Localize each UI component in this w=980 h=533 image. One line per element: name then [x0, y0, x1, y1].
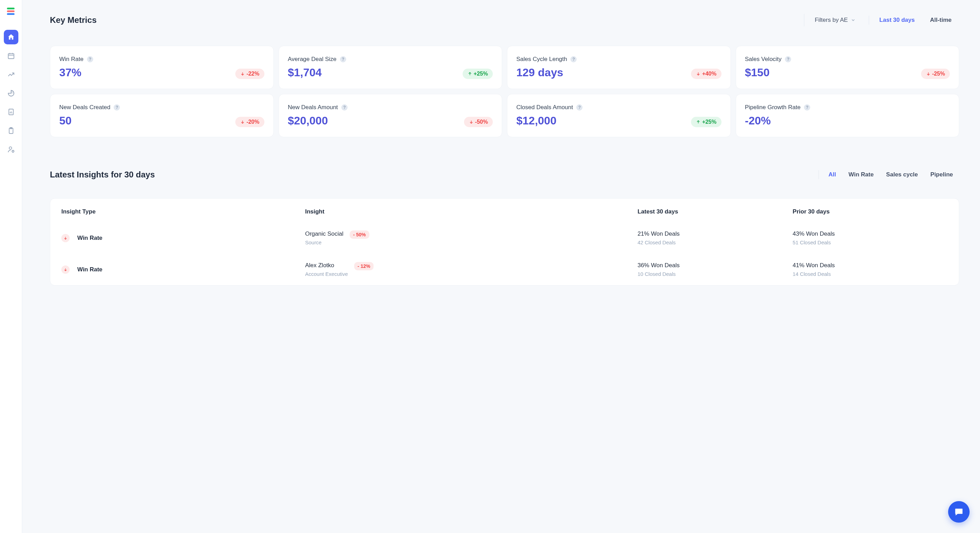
clipboard-icon — [7, 127, 15, 134]
metric-label: New Deals Amount — [288, 104, 338, 111]
nav-home[interactable] — [4, 30, 18, 45]
metric-card: Closed Deals Amount?$12,000+25% — [507, 94, 731, 137]
nav-user-settings[interactable] — [4, 142, 18, 157]
nav-calendar[interactable] — [4, 49, 18, 63]
pie-icon — [7, 89, 15, 97]
metric-label: Closed Deals Amount — [516, 104, 573, 111]
main-content: Key Metrics Filters by AE Last 30 days A… — [22, 0, 980, 533]
col-latest: Latest 30 days — [638, 208, 793, 215]
metric-label: Sales Cycle Length — [516, 56, 567, 63]
prior-main: 41% Won Deals — [792, 262, 948, 269]
metric-label: Average Deal Size — [288, 56, 337, 63]
chevron-down-icon — [851, 18, 856, 22]
trend-down-icon — [61, 266, 70, 274]
nav-analytics[interactable] — [4, 67, 18, 82]
nav-report[interactable] — [4, 105, 18, 119]
metric-label: New Deals Created — [59, 104, 110, 111]
help-icon[interactable]: ? — [87, 56, 93, 62]
insight-name: Alex Zlotko — [305, 262, 348, 269]
metric-card: Average Deal Size?$1,704+25% — [278, 46, 503, 89]
metric-delta: -22% — [235, 68, 264, 79]
metrics-grid: Win Rate?37%-22%Average Deal Size?$1,704… — [50, 46, 959, 137]
trend-icon — [7, 71, 15, 78]
prior-sub: 51 Closed Deals — [792, 239, 948, 245]
metric-delta-text: +25% — [702, 119, 716, 125]
help-icon[interactable]: ? — [114, 104, 120, 111]
table-row[interactable]: Win RateAlex ZlotkoAccount Executive- 12… — [50, 254, 959, 285]
metric-value: 129 days — [516, 66, 577, 79]
range-tab-last-30[interactable]: Last 30 days — [872, 14, 923, 26]
insight-sub: Account Executive — [305, 271, 348, 277]
insights-table: Insight Type Insight Latest 30 days Prio… — [50, 198, 959, 286]
app-logo — [7, 8, 15, 16]
metric-card: New Deals Amount?$20,000-50% — [278, 94, 503, 137]
metric-value: -20% — [745, 115, 811, 127]
insight-delta-badge: - 50% — [350, 231, 369, 239]
prior-main: 43% Won Deals — [792, 231, 948, 237]
metric-card: Sales Velocity?$150-25% — [736, 46, 959, 89]
insights-tab-salescycle[interactable]: Sales cycle — [880, 169, 924, 181]
filter-label: Filters by AE — [815, 17, 848, 24]
help-icon[interactable]: ? — [341, 104, 348, 111]
metric-value: 37% — [59, 66, 93, 79]
report-icon — [7, 108, 15, 116]
insight-name: Organic Social — [305, 231, 344, 237]
nav-pie[interactable] — [4, 86, 18, 100]
metric-delta-text: -25% — [932, 71, 945, 77]
metric-delta: -50% — [464, 117, 493, 127]
help-icon[interactable]: ? — [785, 56, 791, 62]
latest-sub: 42 Closed Deals — [638, 239, 793, 245]
insight-type: Win Rate — [77, 235, 103, 242]
insight-delta-badge: - 12% — [354, 262, 374, 270]
col-insight-type: Insight Type — [61, 208, 305, 215]
insights-tab-winrate[interactable]: Win Rate — [842, 169, 880, 181]
metric-value: 50 — [59, 115, 120, 127]
metric-value: $20,000 — [288, 115, 348, 127]
metric-value: $150 — [745, 66, 791, 79]
metric-delta: -25% — [921, 68, 950, 79]
page-title: Key Metrics — [50, 15, 97, 25]
metric-card: Sales Cycle Length?129 days+40% — [507, 46, 731, 89]
col-insight: Insight — [305, 208, 637, 215]
metric-label: Pipeline Growth Rate — [745, 104, 801, 111]
metric-delta-text: +25% — [474, 71, 488, 77]
metric-card: Win Rate?37%-22% — [50, 46, 274, 89]
metric-delta: +25% — [691, 117, 721, 127]
insights-title: Latest Insights for 30 days — [50, 170, 155, 180]
range-tab-all-time[interactable]: All-time — [923, 14, 959, 26]
nav-clipboard[interactable] — [4, 123, 18, 138]
insights-tab-all[interactable]: All — [822, 169, 842, 181]
svg-point-10 — [9, 147, 11, 150]
user-gear-icon — [7, 146, 15, 153]
sidebar — [0, 0, 22, 533]
metric-delta-text: -50% — [475, 119, 488, 125]
latest-main: 21% Won Deals — [638, 231, 793, 237]
table-row[interactable]: Win RateOrganic SocialSource- 50%21% Won… — [50, 222, 959, 254]
chat-button[interactable] — [948, 501, 970, 523]
filter-by-ae[interactable]: Filters by AE — [804, 14, 865, 26]
metric-value: $12,000 — [516, 115, 582, 127]
chat-icon — [954, 507, 964, 517]
metric-value: $1,704 — [288, 66, 347, 79]
help-icon[interactable]: ? — [576, 104, 582, 111]
calendar-icon — [7, 52, 15, 60]
help-icon[interactable]: ? — [340, 56, 346, 62]
help-icon[interactable]: ? — [804, 104, 810, 111]
prior-sub: 14 Closed Deals — [792, 271, 948, 277]
svg-rect-0 — [8, 54, 14, 59]
insight-type: Win Rate — [77, 266, 103, 273]
metric-delta-text: -22% — [247, 71, 259, 77]
home-icon — [7, 33, 15, 41]
metric-delta-text: -20% — [247, 119, 259, 125]
metric-label: Win Rate — [59, 56, 84, 63]
trend-down-icon — [61, 234, 70, 242]
metric-card: New Deals Created?50-20% — [50, 94, 274, 137]
insight-sub: Source — [305, 239, 344, 245]
metric-delta: -20% — [235, 117, 264, 127]
insights-tab-pipeline[interactable]: Pipeline — [924, 169, 959, 181]
latest-main: 36% Won Deals — [638, 262, 793, 269]
metric-delta-text: +40% — [702, 71, 716, 77]
metric-card: Pipeline Growth Rate?-20% — [736, 94, 959, 137]
help-icon[interactable]: ? — [570, 56, 577, 62]
latest-sub: 10 Closed Deals — [638, 271, 793, 277]
